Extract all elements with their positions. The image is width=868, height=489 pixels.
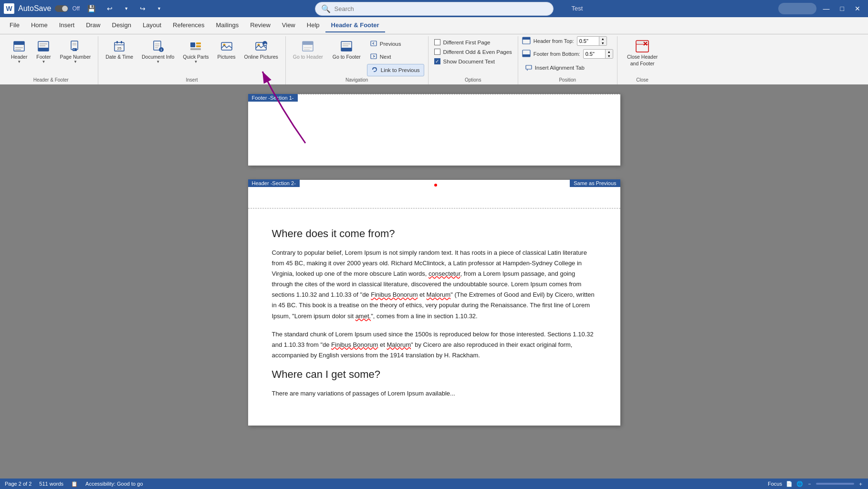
previous-button[interactable]: Previous (367, 38, 424, 50)
ribbon-group-position: Header from Top: ▲ ▼ Footer from Bottom: (518, 36, 617, 84)
ribbon-tabs: File Home Insert Draw Design Layout Refe… (0, 17, 868, 34)
svg-rect-5 (38, 48, 49, 51)
tab-header-footer[interactable]: Header & Footer (325, 19, 385, 32)
svg-rect-25 (196, 42, 201, 44)
svg-rect-24 (190, 42, 195, 47)
insert-alignment-tab-button[interactable]: Insert Alignment Tab (522, 62, 613, 73)
footer-bottom-down[interactable]: ▼ (605, 54, 613, 58)
close-button[interactable]: ✕ (851, 3, 864, 14)
different-odd-even-checkbox[interactable] (434, 49, 440, 55)
search-input[interactable] (335, 5, 544, 12)
online-pictures-button[interactable]: ☁ Online Pictures (241, 36, 282, 62)
go-to-header-icon (300, 39, 315, 54)
svg-rect-42 (371, 41, 376, 46)
redo-dropdown[interactable]: ▼ (153, 4, 165, 13)
page-number-icon: # (68, 39, 83, 54)
svg-rect-26 (196, 45, 201, 47)
footer-from-bottom-input[interactable] (584, 51, 605, 57)
search-icon: 🔍 (321, 4, 331, 13)
tab-insert[interactable]: Insert (53, 19, 81, 32)
document-info-icon: i (150, 39, 166, 54)
insert-group-label: Insert (102, 76, 281, 84)
close-header-footer-icon (635, 39, 650, 54)
zoom-in[interactable]: ＋ (858, 480, 863, 488)
options-group-label: Options (432, 76, 514, 84)
footer-position-icon (522, 49, 531, 59)
header-from-top-input[interactable] (577, 38, 599, 44)
next-label: Next (380, 54, 391, 60)
ribbon-content: Header ▼ Footer ▼ (0, 34, 868, 84)
pictures-button[interactable]: Pictures (214, 36, 239, 62)
status-accessibility-icon[interactable]: 📋 (71, 481, 78, 487)
show-doc-text-label: Show Document Text (443, 59, 495, 64)
minimize-button[interactable]: — (819, 3, 834, 14)
zoom-slider[interactable] (816, 483, 854, 485)
show-doc-text-checkbox[interactable]: ✓ (434, 58, 440, 64)
next-button[interactable]: Next (367, 51, 424, 62)
tab-home[interactable]: Home (25, 19, 53, 32)
go-to-header-button[interactable]: Go to Header (290, 36, 326, 62)
header-button[interactable]: Header ▼ (8, 36, 31, 66)
document-info-button[interactable]: i Document Info ▼ (138, 36, 178, 66)
title-bar: W AutoSave Off 💾 ↩ ▼ ↪ ▼ 🔍 Test — □ ✕ (0, 0, 868, 17)
page-number-dropdown-arrow: ▼ (73, 60, 77, 64)
svg-rect-43 (371, 54, 376, 59)
insert-alignment-label: Insert Alignment Tab (535, 65, 585, 71)
quick-parts-label: Quick Parts (183, 54, 209, 60)
view-print-layout[interactable]: 📄 (786, 481, 793, 487)
view-web[interactable]: 🌐 (796, 481, 803, 487)
date-time-button[interactable]: 25 Date & Time (102, 36, 136, 62)
footer-section-1: Footer -Section 1- (248, 94, 620, 132)
show-doc-text-option[interactable]: ✓ Show Document Text (432, 57, 514, 65)
online-pictures-label: Online Pictures (244, 54, 278, 60)
quick-parts-button[interactable]: Quick Parts ▼ (179, 36, 212, 66)
svg-rect-48 (526, 65, 532, 69)
page-2: Header -Section 2- Same as Previous Wher… (248, 180, 620, 426)
autosave-toggle[interactable] (55, 5, 68, 12)
date-time-label: Date & Time (105, 54, 133, 60)
finibus-word2: Finibus Bonorum (331, 341, 378, 348)
page-1: Footer -Section 1- (248, 94, 620, 166)
tab-review[interactable]: Review (244, 19, 276, 32)
user-avatar (778, 3, 816, 14)
header-top-down[interactable]: ▼ (599, 41, 607, 45)
different-first-checkbox[interactable] (434, 39, 440, 45)
tab-view[interactable]: View (276, 19, 301, 32)
tab-mailings[interactable]: Mailings (210, 19, 245, 32)
page2-para1: Contrary to popular belief, Lorem Ipsum … (272, 248, 596, 322)
tab-draw[interactable]: Draw (80, 19, 106, 32)
tab-design[interactable]: Design (106, 19, 137, 32)
hf-group-label: Header & Footer (8, 76, 94, 84)
tab-help[interactable]: Help (301, 19, 325, 32)
save-button[interactable]: 💾 (84, 3, 99, 14)
previous-icon (370, 40, 377, 48)
footer-bottom-up[interactable]: ▲ (605, 50, 613, 54)
tab-file[interactable]: File (4, 19, 25, 32)
header-top-up[interactable]: ▲ (599, 37, 607, 41)
redo-button[interactable]: ↪ (136, 3, 149, 14)
status-page: Page 2 of 2 (5, 481, 31, 487)
page-number-button[interactable]: # Page Number ▼ (56, 36, 94, 66)
different-first-page-option[interactable]: Different First Page (432, 38, 514, 46)
search-bar: 🔍 (315, 2, 554, 16)
focus-button[interactable]: Focus (768, 481, 782, 487)
footer-button[interactable]: Footer ▼ (32, 36, 54, 66)
go-to-footer-button[interactable]: Go to Footer (329, 36, 364, 62)
different-odd-even-option[interactable]: Different Odd & Even Pages (432, 48, 514, 56)
close-header-footer-button[interactable]: Close Header and Footer (621, 36, 664, 69)
word-icon: W (4, 3, 14, 14)
zoom-out[interactable]: － (807, 480, 812, 488)
page-number-label: Page Number (60, 54, 91, 60)
footer-label: Footer (36, 54, 51, 60)
link-to-previous-button[interactable]: Link to Previous (367, 64, 424, 76)
footer-section-label: Footer -Section 1- (248, 94, 298, 102)
maximize-button[interactable]: □ (837, 3, 848, 14)
go-to-header-label: Go to Header (293, 54, 323, 60)
tab-layout[interactable]: Layout (137, 19, 167, 32)
tab-references[interactable]: References (167, 19, 210, 32)
date-time-icon: 25 (112, 39, 127, 54)
undo-dropdown[interactable]: ▼ (120, 4, 132, 13)
doc-title: Test (572, 5, 583, 12)
different-first-label: Different First Page (443, 40, 491, 45)
undo-button[interactable]: ↩ (103, 3, 116, 14)
